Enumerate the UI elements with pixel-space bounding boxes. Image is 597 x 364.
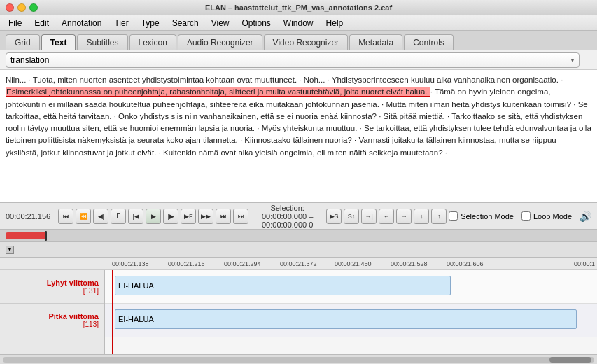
title-bar: ELAN – haastattelut_ttk_PM_vas_annotatio… xyxy=(0,0,597,15)
scrubber-progress xyxy=(6,232,46,239)
volume-icon[interactable]: 🔊 xyxy=(580,211,591,222)
tab-audio-recognizer[interactable]: Audio Recognizer xyxy=(178,34,262,50)
selection-mode-text: Selection Mode xyxy=(461,212,514,220)
text-before-highlight: Niin... · Tuota, miten nuorten asenteet … xyxy=(6,76,563,84)
maximize-button[interactable] xyxy=(29,4,38,12)
next-annotation-button[interactable]: ▶▶ xyxy=(198,209,213,224)
loop-toggle-button[interactable]: F xyxy=(111,209,126,224)
tab-lexicon[interactable]: Lexicon xyxy=(129,34,176,50)
tab-text[interactable]: Text xyxy=(41,34,76,50)
selection-display: Selection: 00:00:00.000 – 00:00:00.000 0 xyxy=(251,204,324,229)
track-num-pitka: [113] xyxy=(83,321,99,328)
close-button[interactable] xyxy=(6,4,14,12)
window-title: ELAN – haastattelut_ttk_PM_vas_annotatio… xyxy=(205,4,392,12)
loop-mode-checkbox[interactable] xyxy=(521,211,531,220)
ruler-ts-0: 00:00:21.138 xyxy=(112,260,149,267)
menu-annotation[interactable]: Annotation xyxy=(56,17,107,29)
go-to-end-button[interactable]: ⏭ xyxy=(216,209,231,224)
tracks-content: EI-HALUA EI-HALUA xyxy=(105,270,597,354)
track-label-lyhyt: Lyhyt viittoma [131] xyxy=(0,270,104,304)
menu-view[interactable]: View xyxy=(206,17,235,29)
tab-video-recognizer[interactable]: Video Recognizer xyxy=(264,34,349,50)
ruler-ts-6: 00:00:21.606 xyxy=(447,260,484,267)
selection-mode-checkbox[interactable] xyxy=(449,211,458,220)
menu-tier[interactable]: Tier xyxy=(108,17,134,29)
minimize-button[interactable] xyxy=(17,4,26,12)
nav-down-button[interactable]: ↓ xyxy=(414,209,429,224)
annotation-pitka-text: EI-HALUA xyxy=(118,315,154,323)
text-after-highlight: · Tämä on hyvin yleinen ongelma, johtoku… xyxy=(6,88,591,156)
current-time-display: 00:00:21.156 xyxy=(6,212,50,220)
annotation-lyhyt-eihalua[interactable]: EI-HALUA xyxy=(115,276,451,295)
menu-bar: File Edit Annotation Tier Type Search Vi… xyxy=(0,15,597,31)
tier-dropdown-wrapper: translation xyxy=(6,52,580,68)
scrubber-thumb xyxy=(45,231,47,241)
ruler-ts-5: 00:00:21.528 xyxy=(391,260,428,267)
annotation-pitka-eihalua[interactable]: EI-HALUA xyxy=(115,309,577,329)
go-selection-end-button[interactable]: →| xyxy=(361,209,377,224)
window-controls xyxy=(6,4,38,12)
go-to-start-button[interactable]: ⏮ xyxy=(58,209,73,224)
prev-second-button[interactable]: |◀ xyxy=(128,209,143,224)
go-to-end2-button[interactable]: ⏭ xyxy=(233,209,248,224)
transport-bar: 00:00:21.156 ⏮ ⏪ ◀| F |◀ ▶ |▶ ▶F ▶▶ ⏭ ⏭ … xyxy=(0,203,597,230)
nav-left-button[interactable]: ← xyxy=(379,209,394,224)
scrubber-area[interactable] xyxy=(0,230,597,242)
menu-file[interactable]: File xyxy=(3,17,27,29)
tab-controls[interactable]: Controls xyxy=(404,34,454,50)
track-num-lyhyt: [131] xyxy=(83,287,99,295)
play-selection-button[interactable]: ▶S xyxy=(326,209,342,224)
play-button[interactable]: ▶ xyxy=(146,209,161,224)
ruler-ts-7: 00:00:1 xyxy=(574,260,595,267)
playhead xyxy=(112,270,113,354)
tab-bar: Grid Text Subtitles Lexicon Audio Recogn… xyxy=(0,31,597,50)
loop-selection-button[interactable]: S↕ xyxy=(344,209,359,224)
selection-mode-label[interactable]: Selection Mode xyxy=(449,211,514,220)
menu-help[interactable]: Help xyxy=(321,17,349,29)
ruler-ts-3: 00:00:21.372 xyxy=(280,260,317,267)
menu-options[interactable]: Options xyxy=(237,17,276,29)
scrollbar-thumb[interactable] xyxy=(549,357,591,363)
ruler-ts-2: 00:00:21.294 xyxy=(224,260,261,267)
timeline-body: 00:00:21.138 00:00:21.216 00:00:21.294 0… xyxy=(0,258,597,354)
tier-selector-bar: translation xyxy=(0,50,597,70)
ruler-ts-1: 00:00:21.216 xyxy=(168,260,205,267)
tab-metadata[interactable]: Metadata xyxy=(349,34,402,50)
horizontal-scrollbar[interactable] xyxy=(0,354,597,364)
track-name-lyhyt: Lyhyt viittoma xyxy=(47,279,99,287)
timeline-collapse-button[interactable]: ▼ xyxy=(6,246,14,254)
annotation-lyhyt-text: EI-HALUA xyxy=(118,281,154,290)
scrubber-track[interactable] xyxy=(6,232,591,239)
loop-mode-label[interactable]: Loop Mode xyxy=(521,211,572,220)
tab-grid[interactable]: Grid xyxy=(6,34,40,50)
nav-right-button[interactable]: → xyxy=(396,209,412,224)
next-frame-button[interactable]: |▶ xyxy=(163,209,178,224)
track-row-lyhyt[interactable]: EI-HALUA xyxy=(105,270,597,304)
timeline-area: ▼ 00:00:21.138 00:00:21.216 00:00:21.294… xyxy=(0,242,597,354)
menu-type[interactable]: Type xyxy=(136,17,165,29)
track-row-pitka[interactable]: EI-HALUA xyxy=(105,304,597,337)
prev-annotation-button[interactable]: ⏪ xyxy=(76,209,91,224)
menu-window[interactable]: Window xyxy=(278,17,319,29)
tab-subtitles[interactable]: Subtitles xyxy=(77,34,127,50)
tracks-container: Lyhyt viittoma [131] Pitkä viittoma [113… xyxy=(0,270,597,354)
next-step-button[interactable]: ▶F xyxy=(181,209,196,224)
track-name-pitka: Pitkä viittoma xyxy=(48,312,99,321)
track-labels: Lyhyt viittoma [131] Pitkä viittoma [113… xyxy=(0,270,105,354)
timeline-ruler: 00:00:21.138 00:00:21.216 00:00:21.294 0… xyxy=(0,258,597,270)
track-label-pitka: Pitkä viittoma [113] xyxy=(0,304,104,337)
scrollbar-track[interactable] xyxy=(3,357,594,363)
prev-frame-button[interactable]: ◀| xyxy=(93,209,108,224)
timeline-header: ▼ xyxy=(0,242,597,258)
loop-mode-text: Loop Mode xyxy=(533,212,572,220)
nav-up-button[interactable]: ↑ xyxy=(431,209,447,224)
ruler-ts-4: 00:00:21.450 xyxy=(335,260,372,267)
tier-dropdown[interactable]: translation xyxy=(6,52,580,68)
menu-edit[interactable]: Edit xyxy=(29,17,55,29)
highlighted-text: Esimerkiksi johtokunnassa on puheenjohta… xyxy=(6,87,430,97)
menu-search[interactable]: Search xyxy=(167,17,204,29)
text-content-area: Niin... · Tuota, miten nuorten asenteet … xyxy=(0,70,597,203)
